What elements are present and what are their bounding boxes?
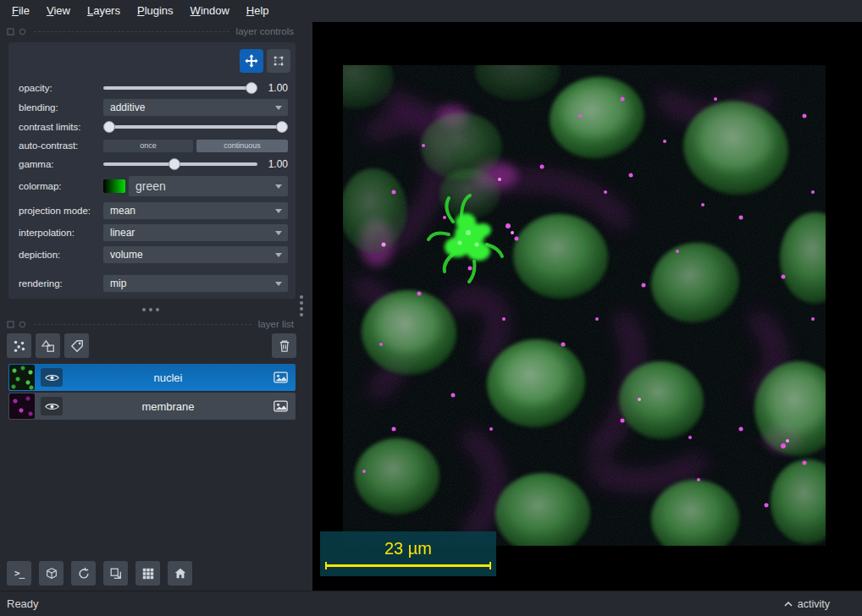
rendering-row: rendering: mip <box>19 275 288 292</box>
image-layer-icon <box>274 371 288 383</box>
delete-layer-button[interactable] <box>272 333 296 358</box>
scale-bar: 23 µm <box>320 531 496 576</box>
chevron-down-icon <box>275 282 282 286</box>
projection-mode-value: mean <box>110 205 135 217</box>
gamma-row: gamma: 1.00 <box>19 156 288 173</box>
layer-thumbnail <box>9 365 35 390</box>
blending-row: blending: additive <box>19 99 288 116</box>
chevron-down-icon <box>275 209 282 213</box>
gamma-slider-track[interactable] <box>103 162 257 166</box>
interpolation-select[interactable]: linear <box>103 224 288 241</box>
ndisplay-toggle-button[interactable] <box>39 561 64 586</box>
auto-contrast-row: auto-contrast: once continuous <box>19 137 288 154</box>
chevron-up-icon <box>784 602 793 607</box>
home-icon <box>174 567 187 580</box>
console-button[interactable]: >_ <box>7 561 31 586</box>
opacity-slider-track[interactable] <box>103 86 257 90</box>
header-divider <box>34 324 251 325</box>
eye-icon <box>45 373 59 382</box>
opacity-row: opacity: 1.00 <box>19 80 288 96</box>
float-panel-icon[interactable] <box>7 28 14 36</box>
depiction-select[interactable]: volume <box>103 246 288 263</box>
new-labels-layer-button[interactable] <box>64 333 89 358</box>
contrast-limits-high-handle[interactable] <box>276 121 288 133</box>
microscopy-image <box>343 65 826 546</box>
layer-list-title: layer list <box>258 319 301 329</box>
contrast-limits-low-handle[interactable] <box>103 121 115 133</box>
chevron-down-icon <box>275 253 282 257</box>
layer-controls-panel: opacity: 1.00 blending: additive <box>8 42 296 299</box>
projection-mode-row: projection mode: mean <box>19 202 288 219</box>
roll-dims-icon <box>77 567 91 580</box>
opacity-slider[interactable] <box>103 82 257 94</box>
menu-view[interactable]: View <box>38 0 79 22</box>
auto-contrast-once-button[interactable]: once <box>103 140 193 152</box>
contrast-limits-row: contrast limits: <box>19 118 288 135</box>
home-reset-view-button[interactable] <box>168 561 192 586</box>
scale-bar-line <box>325 562 491 569</box>
transform-icon <box>272 54 285 68</box>
layer-name: membrane <box>63 400 274 413</box>
gamma-slider-handle[interactable] <box>169 158 180 170</box>
colormap-value: green <box>135 179 166 193</box>
eye-icon <box>45 402 59 411</box>
contrast-limits-range-slider[interactable] <box>103 121 288 133</box>
hide-panel-icon[interactable] <box>19 321 26 328</box>
hide-panel-icon[interactable] <box>19 28 26 36</box>
layer-controls-title: layer controls <box>236 26 301 36</box>
float-panel-icon[interactable] <box>7 321 14 328</box>
transform-mode-button[interactable] <box>267 49 290 73</box>
layer-visibility-toggle[interactable] <box>41 397 63 415</box>
layer-list-header: layer list <box>7 318 301 330</box>
trash-icon <box>279 339 290 353</box>
rendering-select[interactable]: mip <box>103 275 288 292</box>
shapes-icon <box>41 339 55 353</box>
contrast-limits-label: contrast limits: <box>19 122 103 132</box>
chevron-down-icon <box>275 106 282 110</box>
opacity-slider-handle[interactable] <box>246 82 257 94</box>
auto-contrast-continuous-button[interactable]: continuous <box>196 140 288 152</box>
viewer-canvas[interactable]: 23 µm <box>312 22 862 591</box>
transpose-dimensions-button[interactable] <box>103 561 128 586</box>
grid-view-button[interactable] <box>135 561 160 586</box>
blending-select[interactable]: additive <box>103 99 288 116</box>
console-icon: >_ <box>14 568 24 579</box>
gamma-label: gamma: <box>19 159 103 169</box>
layer-row-nuclei[interactable]: nuclei <box>8 364 296 391</box>
left-dock-panel: layer controls opacity: <box>0 22 312 591</box>
opacity-label: opacity: <box>19 83 103 93</box>
colormap-swatch <box>103 179 125 193</box>
menu-window[interactable]: Window <box>182 0 238 22</box>
roll-dimensions-button[interactable] <box>71 561 96 586</box>
layer-visibility-toggle[interactable] <box>41 368 63 387</box>
colormap-row: colormap: green <box>19 176 288 196</box>
contrast-limits-track[interactable] <box>103 125 288 129</box>
blending-label: blending: <box>19 102 103 113</box>
layer-row-membrane[interactable]: membrane <box>8 393 296 420</box>
pan-zoom-mode-button[interactable] <box>240 49 263 73</box>
status-message: Ready <box>7 597 39 610</box>
rendering-label: rendering: <box>19 278 103 289</box>
activity-button[interactable]: activity <box>784 598 830 610</box>
projection-mode-select[interactable]: mean <box>103 202 288 219</box>
colormap-select[interactable]: green <box>129 176 288 196</box>
napari-window: File View Layers Plugins Window Help lay… <box>0 0 862 616</box>
menu-file[interactable]: File <box>3 0 38 22</box>
new-points-layer-button[interactable] <box>7 333 31 358</box>
transpose-icon <box>109 567 123 580</box>
activity-label: activity <box>798 598 830 610</box>
menu-help[interactable]: Help <box>238 0 278 22</box>
menu-layers[interactable]: Layers <box>79 0 129 22</box>
interpolation-label: interpolation: <box>19 228 103 238</box>
projection-mode-label: projection mode: <box>19 206 103 216</box>
depiction-label: depiction: <box>19 250 103 260</box>
image-layer-icon <box>274 400 288 412</box>
new-shapes-layer-button[interactable] <box>36 333 60 358</box>
opacity-value: 1.00 <box>257 82 288 94</box>
gamma-slider[interactable] <box>103 158 257 170</box>
menu-plugins[interactable]: Plugins <box>129 0 182 22</box>
dock-splitter-handle[interactable] <box>300 301 303 305</box>
interpolation-row: interpolation: linear <box>19 224 288 241</box>
panel-resize-handle[interactable] <box>149 308 152 311</box>
cube-3d-icon <box>45 567 58 580</box>
